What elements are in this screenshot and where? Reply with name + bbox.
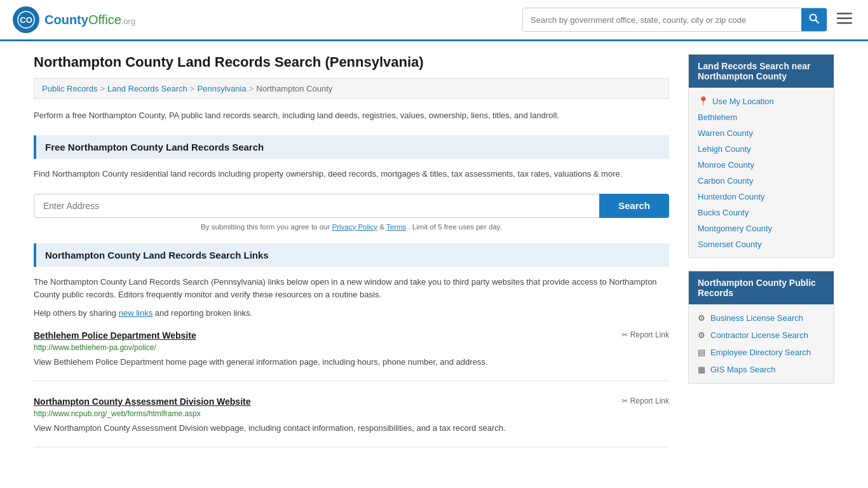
form-note-and: & bbox=[379, 223, 386, 231]
svg-line-3 bbox=[816, 20, 819, 24]
sidebar-public-records-title: Northampton County Public Records bbox=[698, 278, 816, 298]
gear-icon-2: ⚙ bbox=[698, 330, 705, 340]
sidebar-nearby-carbon[interactable]: Carbon County bbox=[689, 173, 834, 189]
search-button[interactable]: Search bbox=[599, 194, 669, 218]
report-link-2[interactable]: ✂ Report Link bbox=[621, 396, 669, 405]
page-title: Northampton County Land Records Search (… bbox=[34, 54, 669, 71]
resource-card-1-header: Bethlehem Police Department Website ✂ Re… bbox=[34, 330, 669, 341]
scissors-icon-2: ✂ bbox=[621, 396, 628, 405]
use-my-location-link[interactable]: Use My Location bbox=[712, 97, 774, 106]
address-input[interactable] bbox=[34, 194, 599, 218]
share-prefix: Help others by sharing bbox=[34, 308, 116, 318]
resource-1-desc: View Bethlehem Police Department home pa… bbox=[34, 356, 669, 369]
map-icon: ▦ bbox=[698, 365, 705, 374]
header-right bbox=[522, 8, 855, 32]
form-note-prefix: By submitting this form you agree to our bbox=[201, 223, 330, 231]
sidebar-nearby-bucks[interactable]: Bucks County bbox=[689, 205, 834, 220]
share-suffix: and reporting broken links. bbox=[155, 308, 252, 318]
svg-rect-4 bbox=[837, 13, 852, 15]
main-container: Northampton County Land Records Search (… bbox=[21, 41, 847, 475]
resource-2-desc: View Northampton County Assessment Divis… bbox=[34, 422, 669, 435]
header-search-button[interactable] bbox=[801, 8, 827, 31]
breadcrumb: Public Records > Land Records Search > P… bbox=[34, 78, 669, 99]
resource-2-url[interactable]: http://www.ncpub.org/_web/forms/htmlfram… bbox=[34, 409, 669, 418]
sidebar-public-records-list: ⚙ Business License Search ⚙ Contractor L… bbox=[689, 304, 834, 383]
sidebar-public-records-box: Northampton County Public Records ⚙ Busi… bbox=[688, 271, 834, 384]
sidebar-nearby-warren[interactable]: Warren County bbox=[689, 125, 834, 141]
gear-icon-1: ⚙ bbox=[698, 313, 705, 323]
links-section-header: Northampton County Land Records Search L… bbox=[34, 243, 669, 267]
breadcrumb-land-records[interactable]: Land Records Search bbox=[107, 84, 187, 93]
hamburger-menu[interactable] bbox=[834, 8, 855, 31]
sidebar-contractor-license[interactable]: ⚙ Contractor License Search bbox=[689, 327, 834, 344]
report-label-1: Report Link bbox=[630, 330, 669, 339]
privacy-policy-link[interactable]: Privacy Policy bbox=[332, 223, 378, 231]
sidebar-nearby-lehigh[interactable]: Lehigh County bbox=[689, 141, 834, 157]
location-pin-icon: 📍 bbox=[698, 96, 709, 106]
resource-card-2-header: Northampton County Assessment Division W… bbox=[34, 396, 669, 407]
address-form: Search bbox=[34, 194, 669, 218]
sidebar-gis-maps[interactable]: ▦ GIS Maps Search bbox=[689, 361, 834, 378]
sidebar-nearby-bethlehem[interactable]: Bethlehem bbox=[689, 109, 834, 125]
breadcrumb-pennsylvania[interactable]: Pennsylvania bbox=[197, 84, 246, 93]
header-search-input[interactable] bbox=[523, 10, 801, 30]
share-line: Help others by sharing new links and rep… bbox=[34, 308, 669, 318]
sidebar-business-license[interactable]: ⚙ Business License Search bbox=[689, 309, 834, 327]
site-header: CO CountyOffice.org bbox=[0, 0, 868, 41]
resource-1-title[interactable]: Bethlehem Police Department Website bbox=[34, 330, 196, 341]
header-search-bar[interactable] bbox=[522, 8, 827, 32]
svg-text:CO: CO bbox=[20, 15, 32, 25]
report-link-1[interactable]: ✂ Report Link bbox=[621, 330, 669, 339]
page-description: Perform a free Northampton County, PA pu… bbox=[34, 109, 669, 123]
terms-link[interactable]: Terms bbox=[386, 223, 406, 231]
logo-icon: CO bbox=[13, 6, 39, 33]
breadcrumb-sep-2: > bbox=[190, 84, 195, 93]
logo-text: CountyOffice.org bbox=[44, 13, 135, 27]
sidebar-nearby-somerset[interactable]: Somerset County bbox=[689, 236, 834, 252]
breadcrumb-public-records[interactable]: Public Records bbox=[42, 84, 97, 93]
sidebar-public-records-header: Northampton County Public Records bbox=[689, 271, 834, 304]
sidebar: Land Records Search near Northampton Cou… bbox=[688, 54, 834, 463]
sidebar-nearby-hunterdon[interactable]: Hunterdon County bbox=[689, 189, 834, 205]
free-search-section-header: Free Northampton County Land Records Sea… bbox=[34, 135, 669, 159]
form-note-limit: . Limit of 5 free uses per day. bbox=[408, 223, 501, 231]
sidebar-nearby-title: Land Records Search near Northampton Cou… bbox=[698, 61, 810, 81]
sidebar-nearby-box: Land Records Search near Northampton Cou… bbox=[688, 54, 834, 258]
resource-2-title[interactable]: Northampton County Assessment Division W… bbox=[34, 396, 251, 407]
svg-rect-6 bbox=[837, 22, 852, 24]
links-description: The Northampton County Land Records Sear… bbox=[34, 276, 669, 302]
resource-card-2: Northampton County Assessment Division W… bbox=[34, 396, 669, 447]
resource-1-url[interactable]: http://www.bethlehem-pa.gov/police/ bbox=[34, 343, 669, 352]
sidebar-employee-directory[interactable]: ▤ Employee Directory Search bbox=[689, 344, 834, 361]
form-note: By submitting this form you agree to our… bbox=[34, 223, 669, 231]
logo-area[interactable]: CO CountyOffice.org bbox=[13, 6, 135, 33]
resource-card-1: Bethlehem Police Department Website ✂ Re… bbox=[34, 330, 669, 381]
main-content: Northampton County Land Records Search (… bbox=[34, 54, 669, 463]
sidebar-nearby-monroe[interactable]: Monroe County bbox=[689, 157, 834, 173]
directory-icon: ▤ bbox=[698, 348, 705, 357]
sidebar-nearby-header: Land Records Search near Northampton Cou… bbox=[689, 55, 834, 88]
breadcrumb-sep-3: > bbox=[249, 84, 254, 93]
sidebar-use-location[interactable]: 📍 Use My Location bbox=[689, 93, 834, 109]
breadcrumb-sep-1: > bbox=[100, 84, 105, 93]
new-links-link[interactable]: new links bbox=[119, 308, 153, 318]
sidebar-nearby-list: 📍 Use My Location Bethlehem Warren Count… bbox=[689, 88, 834, 257]
report-label-2: Report Link bbox=[630, 396, 669, 405]
scissors-icon-1: ✂ bbox=[621, 330, 628, 339]
free-search-desc: Find Northampton County residential land… bbox=[34, 168, 669, 181]
svg-rect-5 bbox=[837, 18, 852, 20]
breadcrumb-current: Northampton County bbox=[256, 84, 332, 93]
sidebar-nearby-montgomery[interactable]: Montgomery County bbox=[689, 220, 834, 236]
